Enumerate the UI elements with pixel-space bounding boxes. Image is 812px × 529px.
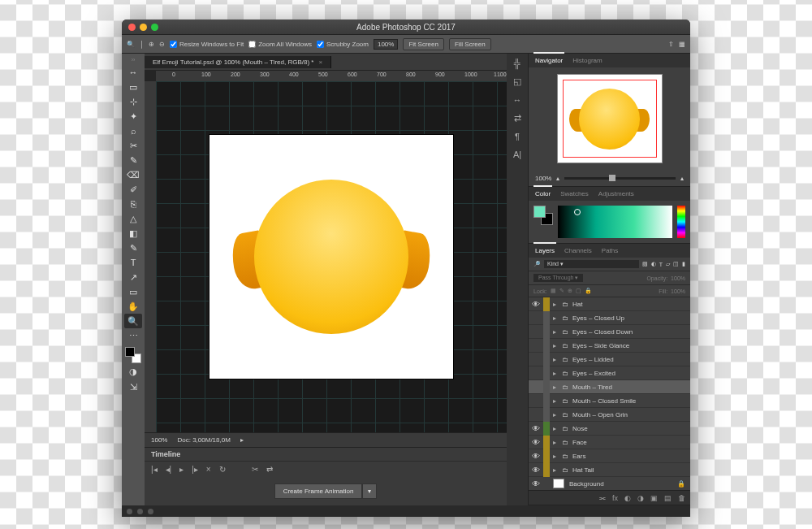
status-doc[interactable]: Doc: 3,00M/18,0M <box>177 436 230 444</box>
strip-icon-0[interactable]: ╬ <box>514 59 520 68</box>
filter-adjust-icon[interactable]: ◐ <box>651 261 656 267</box>
layer-row[interactable]: ▸🗀Eyes – Side Glance <box>529 339 690 353</box>
tool-3[interactable]: ✦ <box>124 109 142 124</box>
ruler-vertical[interactable] <box>145 81 156 432</box>
layer-row[interactable]: 👁▸🗀Face <box>529 436 690 449</box>
tab-paths[interactable]: Paths <box>600 244 620 258</box>
disclosure-icon[interactable]: ▸ <box>550 301 559 308</box>
share-icon[interactable]: ⇪ <box>668 41 674 48</box>
adjustment-icon[interactable]: ◑ <box>637 494 644 502</box>
tool-15[interactable]: ▭ <box>124 284 142 299</box>
zoom-all-check[interactable]: Zoom All Windows <box>248 41 312 48</box>
create-dropdown-icon[interactable]: ▾ <box>362 483 377 499</box>
tool-4[interactable]: ⌕ <box>124 124 142 138</box>
tool-17[interactable]: 🔍 <box>124 314 142 328</box>
layer-row[interactable]: ▸🗀Eyes – Excited <box>529 366 690 380</box>
layer-name[interactable]: Eyes – Closed Down <box>571 328 690 336</box>
resize-windows-check[interactable]: Resize Windows to Fit <box>170 41 244 48</box>
fit-screen-button[interactable]: Fit Screen <box>403 38 443 50</box>
layer-name[interactable]: Mouth – Tired <box>571 384 690 391</box>
blend-mode[interactable]: Pass Through ▾ <box>533 274 583 282</box>
layer-row[interactable]: 👁▸🗀Hat Tail <box>529 463 690 477</box>
create-frame-animation-button[interactable]: Create Frame Animation <box>274 483 363 499</box>
strip-icon-1[interactable]: ◱ <box>513 76 521 87</box>
tool-0[interactable]: ↔ <box>124 65 142 80</box>
filter-toggle[interactable]: ▮ <box>682 261 685 267</box>
filter-smart-icon[interactable]: ◫ <box>673 261 679 267</box>
tool-5[interactable]: ✂ <box>124 138 142 153</box>
visibility-icon[interactable]: 👁 <box>529 466 543 475</box>
tab-adjustments[interactable]: Adjustments <box>597 187 636 201</box>
status-zoom[interactable]: 100% <box>151 436 167 444</box>
layer-row-background[interactable]: 👁Background🔒 <box>529 477 690 490</box>
layer-row[interactable]: ▸🗀Mouth – Tired <box>529 380 690 394</box>
titlebar[interactable]: Adobe Photoshop CC 2017 <box>122 20 690 34</box>
group-icon[interactable]: ▣ <box>650 494 658 502</box>
color-field[interactable] <box>558 206 672 238</box>
opacity-value[interactable]: 100% <box>671 275 685 281</box>
layer-row[interactable]: ▸🗀Eyes – Closed Down <box>529 325 690 339</box>
visibility-icon[interactable]: 👁 <box>529 479 543 488</box>
navigator-thumb[interactable] <box>529 67 690 170</box>
timeline-tab[interactable]: Timeline <box>145 448 507 461</box>
fill-value[interactable]: 100% <box>671 288 685 294</box>
canvas[interactable] <box>156 81 507 432</box>
tool-10[interactable]: △ <box>124 211 142 226</box>
visibility-icon[interactable]: 👁 <box>529 424 543 433</box>
strip-icon-2[interactable]: ↔ <box>513 95 522 105</box>
link-layers-icon[interactable]: ⫘ <box>598 494 606 502</box>
tool-2[interactable]: ⊹ <box>124 94 142 109</box>
disclosure-icon[interactable]: ▸ <box>550 453 559 460</box>
fx-icon[interactable]: fx <box>612 494 618 502</box>
tab-layers[interactable]: Layers <box>533 242 556 258</box>
lock-trans-icon[interactable]: ▦ <box>551 288 556 294</box>
layer-filter-kind[interactable]: Kind ▾ <box>544 260 639 268</box>
navigator-zoom-value[interactable]: 100% <box>535 175 551 182</box>
disclosure-icon[interactable]: ▸ <box>550 342 559 349</box>
next-frame-icon[interactable]: |▸ <box>192 465 198 474</box>
strip-icon-3[interactable]: ⇄ <box>514 113 521 124</box>
disclosure-icon[interactable]: ▸ <box>550 384 559 391</box>
workspace-icon[interactable]: ▦ <box>679 41 685 48</box>
disclosure-icon[interactable]: ▸ <box>550 397 559 405</box>
zoom-in-icon[interactable]: ⊕ <box>149 41 154 48</box>
zoom-out-small-icon[interactable]: ▴ <box>556 175 559 182</box>
scrubby-check[interactable]: Scrubby Zoom <box>317 41 369 48</box>
tool-13[interactable]: T <box>124 255 142 270</box>
fill-screen-button[interactable]: Fill Screen <box>449 38 491 50</box>
visibility-icon[interactable]: 👁 <box>529 438 543 447</box>
layer-name[interactable]: Eyes – Lidded <box>571 356 690 363</box>
tab-swatches[interactable]: Swatches <box>559 187 590 201</box>
tab-navigator[interactable]: Navigator <box>533 52 564 67</box>
tool-6[interactable]: ✎ <box>124 153 142 167</box>
layer-name[interactable]: Eyes – Excited <box>571 370 690 377</box>
mute-icon[interactable]: × <box>206 465 211 474</box>
layer-name[interactable]: Hat Tail <box>571 466 690 474</box>
zoom-in-small-icon[interactable]: ▴ <box>680 175 684 182</box>
filter-pixel-icon[interactable]: ▧ <box>642 261 648 267</box>
color-fg-bg[interactable] <box>533 206 553 225</box>
disclosure-icon[interactable]: ▸ <box>550 314 559 322</box>
first-frame-icon[interactable]: |◂ <box>151 465 158 474</box>
disclosure-icon[interactable]: ▸ <box>550 370 559 377</box>
lock-art-icon[interactable]: ▢ <box>576 288 581 294</box>
color-swatches[interactable] <box>125 347 141 363</box>
layer-row[interactable]: 👁▸🗀Hat <box>529 297 690 311</box>
layer-name[interactable]: Mouth – Open Grin <box>571 411 690 418</box>
ruler-horizontal[interactable]: 0100200300400500600700800900100011001200 <box>156 70 507 81</box>
document-tab[interactable]: Elf Emoji Tutorial.psd @ 100% (Mouth – T… <box>145 56 331 68</box>
zoom-value[interactable]: 100% <box>374 39 398 50</box>
tool-18[interactable]: ⋯ <box>124 328 142 343</box>
layer-name[interactable]: Nose <box>571 425 690 432</box>
tool-1[interactable]: ▭ <box>124 80 142 94</box>
disclosure-icon[interactable]: ▸ <box>550 328 559 336</box>
tool-11[interactable]: ◧ <box>124 226 142 241</box>
mask-icon[interactable]: ◐ <box>624 494 631 502</box>
layer-name[interactable]: Hat <box>571 301 690 308</box>
play-icon[interactable]: ▸ <box>179 465 184 474</box>
layer-row[interactable]: 👁▸🗀Nose <box>529 422 690 436</box>
filter-type-icon[interactable]: T <box>659 262 663 267</box>
split-icon[interactable]: ✂ <box>252 465 258 474</box>
disclosure-icon[interactable]: ▸ <box>550 356 559 363</box>
layer-filter-icon[interactable]: 🔎 <box>533 261 541 267</box>
